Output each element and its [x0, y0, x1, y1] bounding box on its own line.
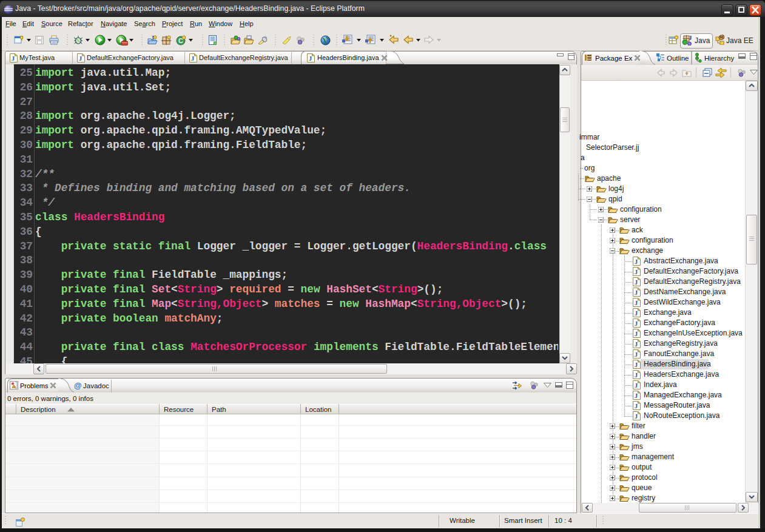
- svg-text:J: J: [12, 55, 15, 62]
- svg-text:J: J: [635, 392, 638, 399]
- svg-text:J: J: [191, 55, 195, 62]
- svg-text:J: J: [309, 55, 312, 62]
- svg-text:J: J: [635, 258, 638, 265]
- svg-text:J: J: [635, 402, 638, 409]
- svg-text:J: J: [635, 289, 638, 296]
- svg-text:J: J: [635, 361, 638, 368]
- svg-text:J: J: [635, 330, 638, 337]
- svg-text:J: J: [635, 268, 638, 275]
- svg-text:J: J: [689, 35, 692, 41]
- svg-text:J: J: [635, 299, 638, 306]
- svg-text:J: J: [635, 371, 638, 379]
- svg-text:J: J: [635, 351, 638, 358]
- svg-text:J: J: [635, 382, 638, 389]
- svg-text:J: J: [635, 412, 638, 420]
- svg-text:J: J: [79, 55, 83, 62]
- svg-text:J: J: [635, 320, 638, 327]
- svg-text:J: J: [635, 340, 638, 348]
- svg-text:J: J: [635, 309, 638, 317]
- svg-text:J: J: [635, 278, 638, 286]
